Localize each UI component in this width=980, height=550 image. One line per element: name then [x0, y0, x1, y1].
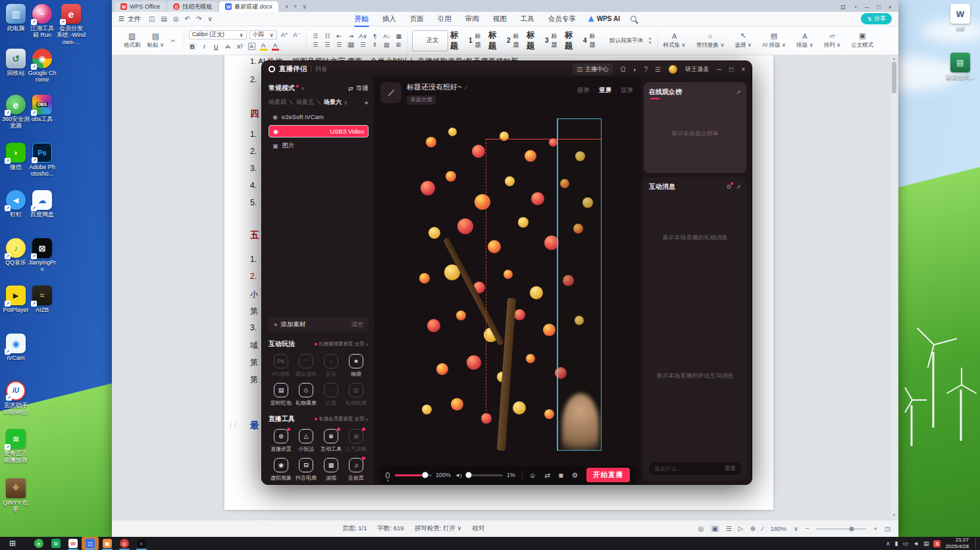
popout-icon[interactable]: ⇗: [736, 89, 741, 95]
desktop-icon[interactable]: ◉ iVCam: [1, 334, 30, 361]
interactive-play-item[interactable]: ★ 福袋: [344, 354, 369, 378]
chat-input[interactable]: [654, 465, 721, 472]
ribbon-tab[interactable]: 插入: [382, 13, 397, 25]
app-minimize-button[interactable]: ─: [717, 66, 721, 73]
ribbon-tab[interactable]: 会员专享: [548, 13, 577, 25]
file-menu-button[interactable]: ☰ 文件: [118, 14, 141, 24]
interactive-play-item[interactable]: ▤ 定时红包: [269, 383, 294, 407]
strikethrough[interactable]: A: [224, 43, 232, 50]
interactive-play-item[interactable]: ◠ 观众连线: [294, 354, 319, 378]
number-list-icon[interactable]: ☷: [323, 33, 331, 39]
edit-pencil-icon[interactable]: ∕: [465, 84, 467, 91]
indent-icon[interactable]: ⇥: [347, 33, 355, 39]
interactive-play-item[interactable]: ▥ 礼物投屏: [344, 383, 369, 407]
style-scroll-down-icon[interactable]: ▼: [648, 41, 652, 45]
desktop-icon[interactable]: ▶ PotPlayer: [1, 286, 30, 313]
ribbon-tool-button[interactable]: ▤ AI 排版 ∨: [757, 32, 791, 49]
document-scrollbar[interactable]: ▲ ▼: [891, 57, 897, 517]
taskbar-app[interactable]: ◫: [82, 537, 99, 550]
screen-mode-tab[interactable]: |: [615, 88, 617, 93]
outdent-icon[interactable]: ⇤: [335, 33, 343, 39]
char-border[interactable]: A: [248, 43, 255, 50]
scene-tab[interactable]: 场景六: [324, 98, 342, 107]
app-maximize-button[interactable]: □: [729, 66, 733, 73]
chat-bubble-icon[interactable]: ◗: [632, 66, 636, 73]
align-left-icon[interactable]: ☰: [311, 41, 319, 48]
zoom-slider[interactable]: [816, 528, 866, 530]
page-view-icon[interactable]: ▣: [710, 525, 719, 532]
screen-flip-icon[interactable]: ⇄: [544, 471, 550, 479]
underline[interactable]: U: [213, 43, 220, 50]
bullet-list-icon[interactable]: ☰: [311, 33, 319, 39]
desktop-icon[interactable]: ▤ 最新全民...: [946, 53, 975, 80]
taskbar-clock[interactable]: 21:27 2025/4/28: [945, 537, 969, 550]
distribute-icon[interactable]: ☲: [359, 41, 367, 48]
start-button[interactable]: ⊞: [4, 537, 21, 550]
microphone-icon[interactable]: [386, 472, 390, 478]
grow-font-button[interactable]: A⁺: [280, 32, 290, 38]
outline-view-icon[interactable]: ☰: [726, 525, 732, 532]
zoom-out-button[interactable]: −: [806, 525, 810, 532]
tray-icon[interactable]: S: [933, 540, 941, 547]
interactive-play-item[interactable]: ♪ 音乐: [319, 354, 344, 378]
save-icon[interactable]: ◫: [149, 15, 155, 22]
pilcrow-icon[interactable]: ¶: [371, 33, 379, 39]
bold[interactable]: B: [189, 43, 196, 50]
print-icon[interactable]: ▤: [161, 15, 167, 22]
align-right-icon[interactable]: ☰: [335, 41, 343, 48]
desktop-icon[interactable]: ◉ Google Chrome: [28, 49, 57, 84]
desktop-icon[interactable]: OBS obs工具: [28, 95, 57, 122]
preview-icon[interactable]: ◎: [173, 15, 179, 22]
highlight[interactable]: A: [260, 41, 267, 51]
desktop-icon[interactable]: e 360安全浏览器: [1, 95, 30, 130]
desktop-icon[interactable]: e 会员分发系统 -Windows-...: [57, 4, 86, 45]
category-chip[interactable]: 未选分类: [407, 95, 436, 105]
speaker-icon[interactable]: ◄): [455, 472, 462, 478]
fullscreen-icon[interactable]: ◳: [885, 525, 890, 532]
show-desktop-button[interactable]: [975, 538, 977, 549]
search-icon[interactable]: [631, 16, 636, 22]
tray-icon[interactable]: ▮: [895, 540, 898, 547]
headset-icon[interactable]: Ω: [621, 66, 625, 73]
mic-volume-slider[interactable]: [395, 474, 432, 476]
tray-icon[interactable]: ∧: [886, 540, 890, 547]
style-preset[interactable]: 标题 标题 4 标题: [565, 30, 601, 51]
desktop-icon[interactable]: ↺ 回收站: [1, 49, 30, 76]
style-preset[interactable]: 标题 标题 3 标题: [527, 30, 563, 51]
interactive-play-item[interactable]: PK PK连线: [269, 354, 294, 378]
stream-title[interactable]: 标题还没有想好~: [407, 82, 461, 92]
justify-icon[interactable]: ▤: [347, 41, 355, 48]
scene-tab[interactable]: ＼: [288, 98, 294, 107]
notify-icon[interactable]: ◔: [853, 4, 856, 11]
help-icon[interactable]: ?: [644, 66, 648, 73]
desktop-icon[interactable]: ▥ 此电脑: [1, 4, 30, 32]
desktop-icon[interactable]: ◀ 钉钉: [1, 190, 30, 218]
layout-switch-icon[interactable]: ⊡: [840, 4, 846, 11]
scrollbar-thumb[interactable]: [892, 62, 896, 93]
tab-chat-icon[interactable]: ◗: [285, 3, 288, 10]
undo-icon[interactable]: ↶: [185, 15, 190, 22]
desktop-icon[interactable]: iU 宏杰助手 8.0(64位): [1, 381, 30, 416]
font-color[interactable]: A: [272, 41, 279, 51]
desktop-icon[interactable]: ◗ 微信: [1, 143, 30, 170]
zoom-caret-icon[interactable]: ∨: [794, 525, 798, 532]
ribbon-tool-button[interactable]: A 排版 ∨: [791, 32, 819, 49]
screen-mode-tab[interactable]: |: [594, 88, 595, 93]
ribbon-tab[interactable]: 页面: [409, 13, 425, 25]
zoom-in-button[interactable]: +: [873, 525, 877, 532]
play-view-icon[interactable]: ▷: [738, 525, 744, 532]
live-tool-item[interactable]: ⊟ 抖音电商: [294, 458, 319, 482]
popout-icon[interactable]: ⇗: [736, 184, 741, 190]
reading-view-icon[interactable]: ◎: [698, 525, 704, 532]
sort-icon[interactable]: A↓: [383, 33, 391, 39]
user-avatar[interactable]: [669, 65, 677, 74]
source-item[interactable]: ▣ 图片: [269, 139, 369, 152]
wps-close-button[interactable]: ×: [889, 4, 892, 11]
italic[interactable]: I: [201, 43, 208, 50]
line-spacing-icon[interactable]: ⇕: [371, 41, 378, 48]
spellcheck-status[interactable]: 拼写检查: 打开: [415, 524, 455, 532]
ribbon-tab[interactable]: 视图: [492, 13, 507, 25]
live-tool-item[interactable]: ♫ 音效库: [344, 458, 369, 482]
taskbar-app[interactable]: ◐: [133, 537, 150, 550]
message-settings-gear-icon[interactable]: ⚙: [726, 184, 731, 190]
